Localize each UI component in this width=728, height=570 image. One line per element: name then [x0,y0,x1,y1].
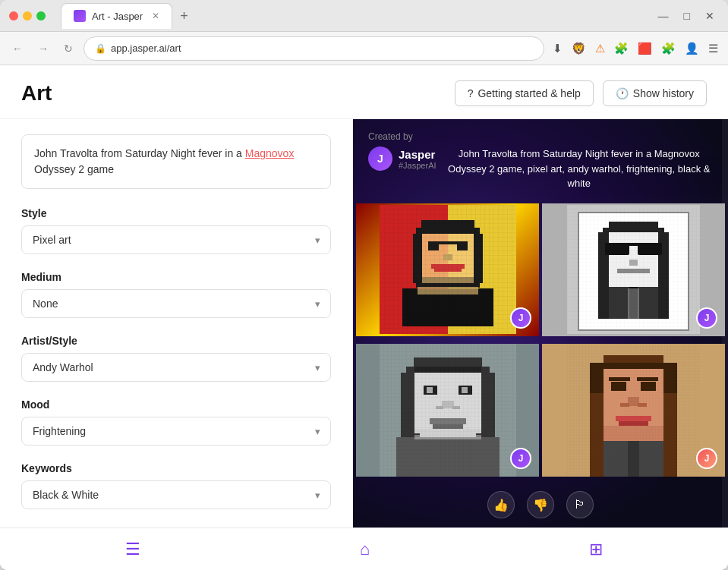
mood-label: Mood [21,398,331,411]
art-image-1 [380,205,516,334]
browser-tab-active[interactable]: Art - Jasper ✕ [61,3,172,29]
svg-rect-20 [380,205,516,334]
minimize-window-btn[interactable] [23,11,32,20]
page-content: Art ? Getting started & help 🕐 Show hist… [0,65,728,570]
jasper-logo-info: Jasper #JasperAI [399,148,436,170]
style-select-wrapper: NonePixel artCinematicPhotorealistic [21,225,331,254]
getting-started-help-button[interactable]: ? Getting started & help [455,80,594,106]
maximize-window-btn[interactable] [36,11,46,20]
art-cell-4[interactable]: J [542,344,725,477]
keywords-form-group: Keywords NoneBlack & WhiteColorfulDark [21,462,331,509]
art-grid: J [353,203,728,483]
art-avatar-2: J [696,307,717,329]
jasper-hashtag: #JasperAI [399,161,436,170]
close-window-btn[interactable] [9,11,18,20]
save-button[interactable]: 🏳 [566,491,594,518]
extension-icon-2[interactable]: 🟥 [635,39,654,58]
header-actions: ? Getting started & help 🕐 Show history [455,80,707,106]
prompt-box[interactable]: John Travolta from Saturday Night fever … [21,134,331,189]
back-button[interactable]: ← [8,39,27,58]
art-header: Created by J Jasper #JasperAI John Travo… [353,119,728,203]
jasper-logo-icon: J [368,146,392,171]
getting-started-label: Getting started & help [477,87,580,99]
artist-select[interactable]: NoneAndy WarholPicassoVan Gogh [21,353,331,382]
window-controls: — □ ✕ [654,8,719,24]
history-icon: 🕐 [616,87,629,99]
address-bar[interactable]: 🔒 app.jasper.ai/art [84,36,544,61]
style-label: Style [21,207,331,219]
menu-icon[interactable]: ☰ [706,39,720,58]
browser-toolbar: ← → ↻ 🔒 app.jasper.ai/art ⬇ 🦁 ⚠ 🧩 🟥 🧩 👤 … [0,32,728,65]
profile-icon[interactable]: 👤 [682,39,701,58]
browser-frame: Art - Jasper ✕ + — □ ✕ ← → ↻ 🔒 app.jaspe… [0,0,728,570]
keywords-select[interactable]: NoneBlack & WhiteColorfulDark [21,480,331,509]
page-title: Art [21,81,455,105]
art-description: John Travolta from Saturday Night fever … [446,131,713,191]
menu-nav-button[interactable]: ☰ [95,534,171,565]
mood-form-group: Mood NoneFrighteningHappySad [21,398,331,446]
art-content: Created by J Jasper #JasperAI John Travo… [353,119,728,527]
medium-select[interactable]: NoneOil paintingWatercolorDigital art [21,289,331,318]
prompt-text-end: Odyssey 2 game [34,163,114,175]
jasper-branding: Created by J Jasper #JasperAI [368,131,436,171]
grid-nav-button[interactable]: ⊞ [559,534,633,565]
tab-bar: Art - Jasper ✕ + [61,3,648,29]
medium-label: Medium [21,271,331,283]
svg-rect-84 [567,344,700,477]
home-nav-button[interactable]: ⌂ [329,534,400,565]
minimize-btn[interactable]: — [654,8,673,24]
extension-icon-1[interactable]: 🧩 [612,39,631,58]
warning-icon[interactable]: ⚠ [593,39,607,58]
traffic-lights [9,11,46,20]
prompt-link[interactable]: Magnovox [245,147,295,159]
art-image-3 [380,344,516,477]
extensions-icon[interactable]: 🧩 [659,39,678,58]
mood-select[interactable]: NoneFrighteningHappySad [21,417,331,446]
download-icon[interactable]: ⬇ [550,39,565,58]
art-avatar-1: J [510,307,531,329]
dislike-button[interactable]: 👎 [527,491,554,518]
forward-button[interactable]: → [33,39,53,58]
art-cell-3[interactable]: J [356,344,539,477]
keywords-select-wrapper: NoneBlack & WhiteColorfulDark [21,480,331,509]
main-area: John Travolta from Saturday Night fever … [0,119,728,527]
save-icon: 🏳 [574,498,586,512]
jasper-logo: J Jasper #JasperAI [368,146,436,171]
created-by-label: Created by [368,131,436,142]
svg-rect-38 [567,205,700,334]
art-cell-2[interactable]: J [542,203,725,336]
medium-select-wrapper: NoneOil paintingWatercolorDigital art [21,289,331,318]
tab-title: Art - Jasper [92,11,143,22]
art-panel: Created by J Jasper #JasperAI John Travo… [353,119,728,527]
artist-label: Artist/Style [21,335,331,347]
artist-form-group: Artist/Style NoneAndy WarholPicassoVan G… [21,335,331,382]
browser-titlebar: Art - Jasper ✕ + — □ ✕ [0,0,728,32]
menu-nav-icon: ☰ [125,540,140,559]
help-icon: ? [468,87,474,99]
art-avatar-3: J [510,448,531,469]
show-history-button[interactable]: 🕐 Show history [603,80,707,106]
dislike-icon: 👎 [533,498,548,512]
tab-close-icon[interactable]: ✕ [152,11,159,21]
svg-rect-60 [380,344,516,477]
art-cell-1[interactable]: J [356,203,539,336]
brave-shield-icon[interactable]: 🦁 [569,39,588,58]
style-form-group: Style NonePixel artCinematicPhotorealist… [21,207,331,254]
new-tab-button[interactable]: + [177,6,191,26]
like-icon: 👍 [493,498,509,512]
art-image-2 [567,205,700,334]
art-image-4 [567,344,700,477]
tab-favicon [74,10,86,22]
restore-btn[interactable]: □ [679,8,695,24]
reload-button[interactable]: ↻ [59,39,77,58]
prompt-text-start: John Travolta from Saturday Night fever … [34,147,245,159]
show-history-label: Show history [633,87,694,99]
close-btn[interactable]: ✕ [701,8,719,24]
style-select[interactable]: NonePixel artCinematicPhotorealistic [21,225,331,254]
grid-nav-icon: ⊞ [589,540,603,559]
url-text: app.jasper.ai/art [111,43,181,54]
jasper-logo-text: Jasper [399,148,436,161]
mood-select-wrapper: NoneFrighteningHappySad [21,417,331,446]
page-header: Art ? Getting started & help 🕐 Show hist… [0,65,728,119]
like-button[interactable]: 👍 [487,491,515,518]
